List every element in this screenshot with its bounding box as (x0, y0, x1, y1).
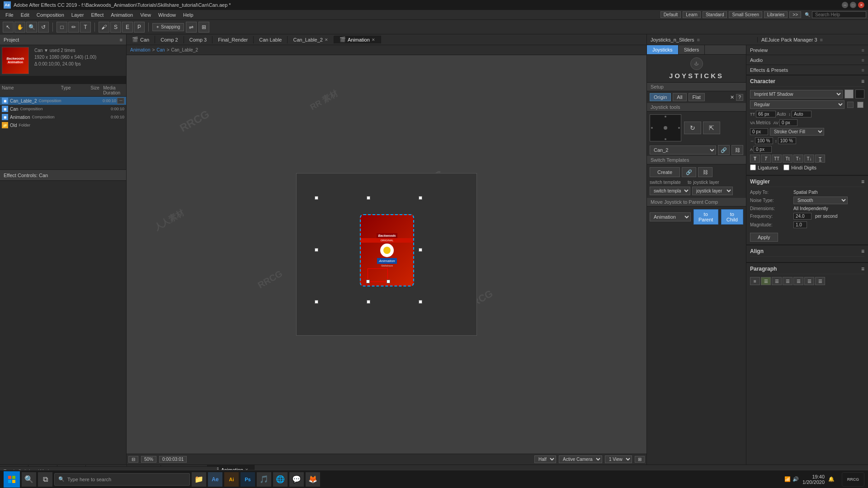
view-options-btn[interactable]: ⊞ (635, 456, 645, 463)
font-style-swatch2[interactable] (857, 102, 863, 108)
scale-v-input[interactable] (778, 137, 796, 144)
tool-puppet[interactable]: P (134, 22, 145, 33)
taskbar-search[interactable]: 🔍 (22, 472, 36, 487)
breadcrumb-animation[interactable]: Animation (130, 47, 150, 52)
workspace-small-screen[interactable]: Small Screen (729, 11, 762, 18)
joystick-tool-rotate[interactable]: ↻ (684, 122, 701, 134)
font-size-input[interactable] (756, 111, 776, 117)
taskbar-file-explorer[interactable]: 📁 (192, 472, 206, 487)
taskbar-illustrator[interactable]: Ai (224, 472, 239, 487)
character-menu[interactable]: ≡ (861, 78, 864, 84)
tool-brush[interactable]: 🖌 (99, 22, 109, 33)
menu-view[interactable]: View (137, 11, 155, 19)
joystick-display[interactable] (650, 114, 681, 141)
preview-menu[interactable]: ≡ (862, 47, 864, 53)
template-link-1[interactable]: 🔗 (682, 167, 696, 177)
joystick-delete-icon[interactable]: ✕ (730, 94, 734, 100)
justify-last-left-btn[interactable]: ☰ (793, 277, 803, 285)
link-icon-1[interactable]: 🔗 (718, 145, 730, 155)
justify-btn[interactable]: ☰ (783, 277, 793, 285)
comp-tab-comp2[interactable]: Comp 2 (155, 36, 184, 43)
resolution-dropdown[interactable]: Half (534, 455, 556, 463)
paragraph-menu[interactable]: ≡ (861, 266, 864, 272)
ligatures-checkbox[interactable] (750, 164, 756, 170)
project-item-animation[interactable]: ◼ Animation Composition 0:00:10 (0, 113, 126, 121)
to-parent-button[interactable]: to Parent (693, 209, 718, 225)
taskbar-clock[interactable]: 19:40 1/20/2020 (802, 474, 825, 485)
project-item-can[interactable]: ◼ Can Composition 0:00:10 (0, 105, 126, 113)
wiggler-menu[interactable]: ≡ (861, 178, 864, 185)
align-right-btn[interactable]: ☰ (772, 277, 782, 285)
menu-animation[interactable]: Animation (107, 11, 137, 19)
align-menu[interactable]: ≡ (861, 248, 864, 254)
handle-bl[interactable] (315, 300, 318, 304)
joystick-tool-scale[interactable]: ⇱ (703, 122, 720, 134)
leading-input[interactable] (792, 111, 811, 117)
comp-tab-comp3[interactable]: Comp 3 (184, 36, 213, 43)
joysticks-tab[interactable]: Joysticks (647, 45, 679, 54)
hindi-digits-checkbox[interactable] (783, 164, 789, 170)
sub-btn[interactable]: T↓ (804, 155, 814, 163)
taskbar-sound-icon[interactable]: 🔊 (793, 476, 799, 482)
handle-ml[interactable] (315, 248, 318, 252)
comp-tab-can-lable-2[interactable]: Can_Lable_2 ✕ (288, 36, 334, 43)
tool-rotate[interactable]: ↺ (38, 22, 49, 33)
handle-bc[interactable] (367, 300, 370, 304)
tracking-input[interactable] (750, 128, 768, 135)
origin-button[interactable]: Origin (650, 93, 671, 101)
joystick-layer-dropdown[interactable]: joystick layer (692, 187, 733, 195)
taskbar-extra1[interactable]: 🎵 (257, 472, 271, 487)
menu-effect[interactable]: Effect (87, 11, 107, 19)
frequency-input[interactable] (793, 213, 811, 220)
tool-text[interactable]: T (80, 22, 91, 33)
align-center-btn[interactable]: ☰ (761, 277, 771, 285)
search-help-input[interactable] (812, 11, 866, 18)
handle-br[interactable] (419, 300, 422, 304)
project-item-can-lable-2[interactable]: ◼ Can_Lable_2 Composition 0:00:10 ⋯ (0, 97, 126, 105)
taskbar-task-view[interactable]: ⧉ (38, 472, 52, 487)
menu-window[interactable]: Window (155, 11, 179, 19)
sub-handle-1[interactable] (366, 280, 370, 283)
all-button[interactable]: All (673, 93, 686, 101)
maximize-button[interactable]: □ (850, 2, 856, 8)
project-search[interactable] (0, 76, 126, 84)
comp-tab-final-render[interactable]: Final_Render (212, 36, 254, 43)
taskbar-extra3[interactable]: 💬 (289, 472, 304, 487)
taskbar-photoshop[interactable]: Ps (241, 472, 255, 487)
tool-clone[interactable]: S (110, 22, 121, 33)
taskbar-notification[interactable]: 🔔 (828, 476, 835, 482)
align-left-btn[interactable]: ≡ (750, 277, 760, 285)
magnitude-input[interactable] (793, 221, 807, 228)
workspace-standard[interactable]: Standard (703, 11, 727, 18)
kerning-input[interactable] (779, 119, 797, 126)
project-item-old[interactable]: 📁 Old Folder (0, 121, 126, 129)
menu-edit[interactable]: Edit (17, 11, 33, 19)
start-button[interactable] (4, 471, 20, 488)
handle-tl[interactable] (315, 196, 318, 200)
item-options-btn[interactable]: ⋯ (117, 98, 124, 104)
handle-mr[interactable] (419, 248, 422, 252)
workspace-default[interactable]: Default (660, 11, 681, 18)
hindi-digits-checkbox-row[interactable]: Hindi Digits (783, 164, 816, 170)
wiggler-apply-button[interactable]: Apply (750, 233, 778, 242)
taskbar-after-effects[interactable]: Ae (208, 472, 222, 487)
taskbar-search-box[interactable]: 🔍 Type here to search (54, 473, 190, 486)
ligatures-checkbox-row[interactable]: Ligatures (750, 164, 778, 170)
underline-btn[interactable]: T̲ (815, 155, 825, 163)
effects-presets-menu[interactable]: ≡ (862, 67, 864, 73)
comp-tab-animation[interactable]: 🎬Animation ✕ (334, 36, 381, 43)
comp-tab-can[interactable]: 🎬Can (127, 36, 155, 43)
noise-type-dropdown[interactable]: Smooth (793, 197, 848, 204)
minimize-button[interactable]: ─ (842, 2, 848, 8)
switch-template-dropdown[interactable]: switch template (650, 187, 690, 195)
font-style-swatch[interactable] (847, 102, 854, 108)
joysticks-panel-menu[interactable]: ≡ (697, 37, 700, 42)
close-button[interactable]: ✕ (858, 2, 864, 8)
handle-tr[interactable] (419, 196, 422, 200)
italic-btn[interactable]: T (761, 155, 771, 163)
aejuice-panel-menu[interactable]: ≡ (820, 37, 823, 42)
workspace-libraries[interactable]: Libraries (764, 11, 788, 18)
template-link-2[interactable]: ⛓ (698, 167, 712, 177)
scale-h-input[interactable] (755, 137, 773, 144)
comp-tab-can-lable[interactable]: Can Lable (254, 36, 288, 43)
